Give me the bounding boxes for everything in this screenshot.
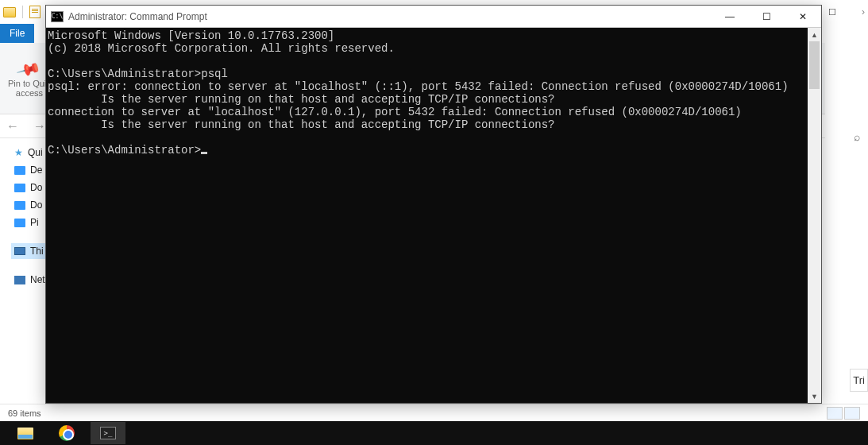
desktop-icon (14, 219, 25, 227)
network-icon (14, 276, 25, 284)
pin-label: access (16, 88, 43, 98)
file-explorer-icon (17, 428, 33, 439)
folder-icon (3, 7, 16, 17)
desktop-icon (14, 184, 25, 192)
command-prompt-window: C:\ Administrator: Command Prompt — ☐ ✕ … (45, 5, 822, 404)
minimize-button[interactable]: — (712, 6, 748, 28)
item-count: 69 items (8, 408, 41, 418)
terminal-output[interactable]: Microsoft Windows [Version 10.0.17763.23… (46, 28, 808, 403)
chrome-icon (59, 425, 75, 441)
forward-button[interactable]: → (33, 119, 46, 134)
sidebar-item-label: Do (30, 199, 42, 211)
pc-icon (14, 247, 25, 255)
taskbar-cmd[interactable]: >_ (91, 422, 125, 444)
window-title: Administrator: Command Prompt (68, 11, 207, 22)
sidebar-item-label: Qui (28, 147, 43, 158)
desktop-icon (14, 201, 25, 210)
desktop-icon (14, 166, 25, 175)
sidebar-item-label: Thi (30, 246, 44, 257)
partial-window-right: ☐ › (825, 0, 868, 397)
taskbar-chrome[interactable] (49, 422, 84, 444)
icons-view-button[interactable] (844, 407, 860, 420)
file-tab[interactable]: File (0, 24, 34, 43)
chevron-icon[interactable]: › (862, 6, 865, 17)
sidebar-item-label: Pi (30, 217, 39, 228)
document-icon (29, 6, 41, 18)
taskbar[interactable]: >_ (0, 421, 868, 445)
scroll-down-button[interactable]: ▼ (808, 389, 821, 403)
trial-badge: Tri (850, 369, 868, 392)
details-view-button[interactable] (827, 407, 843, 420)
close-button[interactable]: ✕ (785, 6, 821, 28)
maximize-icon[interactable]: ☐ (828, 7, 836, 17)
scroll-thumb[interactable] (809, 41, 820, 89)
back-button[interactable]: ← (6, 119, 19, 134)
divider (22, 6, 23, 18)
scrollbar[interactable]: ▲ ▼ (808, 28, 821, 403)
status-bar: 69 items (0, 404, 868, 421)
cmd-titlebar[interactable]: C:\ Administrator: Command Prompt — ☐ ✕ (46, 6, 821, 28)
cmd-icon: C:\ (51, 11, 64, 22)
sidebar-item-label: Do (30, 182, 42, 193)
cursor (201, 152, 207, 154)
sidebar-item-label: De (30, 164, 42, 176)
taskbar-explorer[interactable] (8, 422, 43, 444)
sidebar-item-label: Net (30, 274, 45, 285)
pin-to-quick-access-button[interactable]: 📌 Pin to Quic access (8, 60, 51, 98)
star-icon: ★ (14, 147, 23, 158)
cmd-icon: >_ (100, 427, 116, 439)
maximize-button[interactable]: ☐ (748, 6, 785, 28)
search-icon[interactable]: ⌕ (854, 130, 865, 143)
scroll-up-button[interactable]: ▲ (808, 28, 821, 41)
